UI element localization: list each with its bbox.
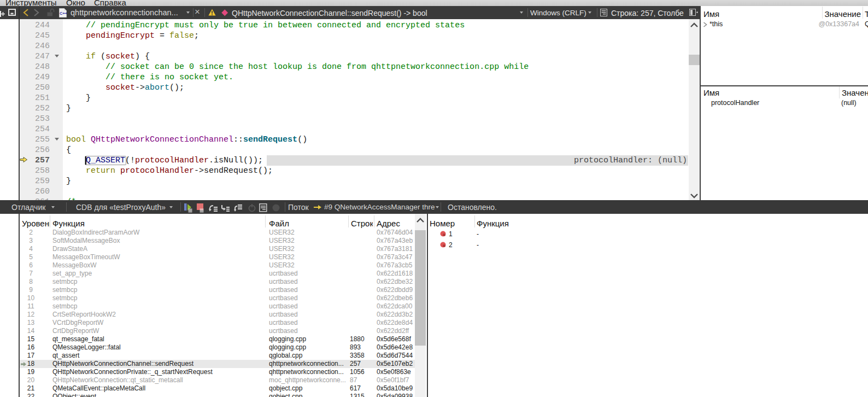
- svg-text:C++: C++: [60, 11, 67, 16]
